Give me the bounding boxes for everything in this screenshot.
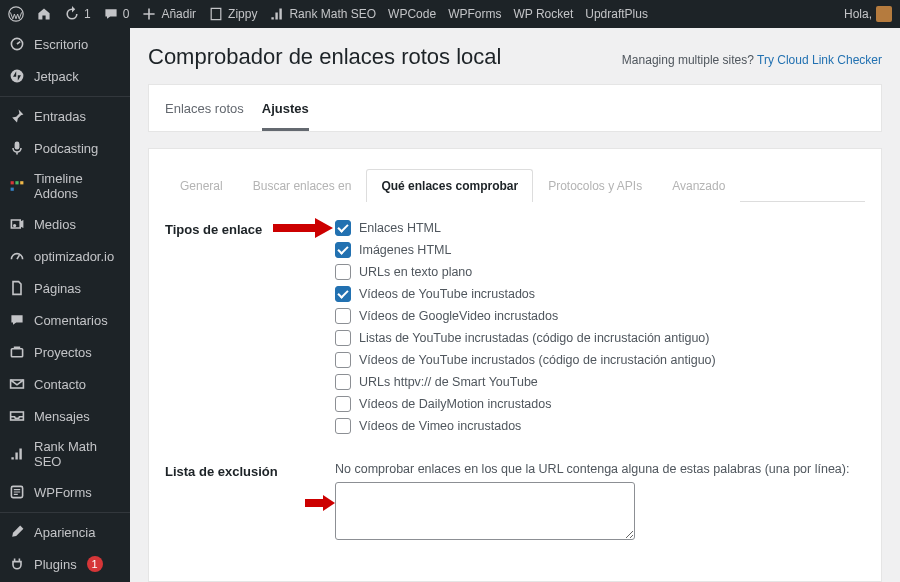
mail-icon bbox=[8, 375, 26, 393]
sidebar-item-podcasting[interactable]: Podcasting bbox=[0, 132, 130, 164]
chart-icon bbox=[8, 445, 26, 463]
checkbox[interactable] bbox=[335, 308, 351, 324]
tb-zippy[interactable]: Zippy bbox=[208, 6, 257, 22]
link-type-label: URLs en texto plano bbox=[359, 265, 472, 279]
sidebar-item-wpforms[interactable]: WPForms bbox=[0, 476, 130, 508]
checkbox[interactable] bbox=[335, 330, 351, 346]
link-type-option[interactable]: URLs httpv:// de Smart YouTube bbox=[335, 374, 865, 390]
checkbox[interactable] bbox=[335, 242, 351, 258]
link-type-option[interactable]: Vídeos de YouTube incrustados bbox=[335, 286, 865, 302]
link-type-option[interactable]: Vídeos de DailyMotion incrustados bbox=[335, 396, 865, 412]
sidebar-item-entradas[interactable]: Entradas bbox=[0, 96, 130, 132]
jetpack-icon bbox=[8, 67, 26, 85]
checkbox[interactable] bbox=[335, 418, 351, 434]
inbox-icon bbox=[8, 407, 26, 425]
cloud-link-checker-link[interactable]: Try Cloud Link Checker bbox=[757, 53, 882, 67]
svg-rect-6 bbox=[20, 181, 23, 184]
plug-icon bbox=[8, 555, 26, 573]
sidebar-item-mensajes[interactable]: Mensajes bbox=[0, 400, 130, 432]
exclusion-field: No comprobar enlaces en los que la URL c… bbox=[335, 462, 865, 543]
sidebar-item-label: Rank Math SEO bbox=[34, 439, 122, 469]
form-icon bbox=[8, 483, 26, 501]
tb-wpforms[interactable]: WPForms bbox=[448, 7, 501, 21]
link-type-option[interactable]: Enlaces HTML bbox=[335, 220, 865, 236]
subtab-avanzado[interactable]: Avanzado bbox=[657, 169, 740, 202]
annotation-arrow bbox=[305, 494, 335, 512]
link-type-label: Imágenes HTML bbox=[359, 243, 451, 257]
sidebar-item-contacto[interactable]: Contacto bbox=[0, 368, 130, 400]
link-type-option[interactable]: Vídeos de GoogleVideo incrustados bbox=[335, 308, 865, 324]
link-type-option[interactable]: Imágenes HTML bbox=[335, 242, 865, 258]
sidebar-item-rank-math-seo[interactable]: Rank Math SEO bbox=[0, 432, 130, 476]
sidebar-item-label: Jetpack bbox=[34, 69, 79, 84]
checkbox[interactable] bbox=[335, 374, 351, 390]
sidebar-item-escritorio[interactable]: Escritorio bbox=[0, 28, 130, 60]
checkbox[interactable] bbox=[335, 396, 351, 412]
link-type-option[interactable]: Vídeos de YouTube incrustados (código de… bbox=[335, 352, 865, 368]
sidebar-item-medios[interactable]: Medios bbox=[0, 208, 130, 240]
sidebar-item-label: Comentarios bbox=[34, 313, 108, 328]
svg-rect-9 bbox=[11, 349, 22, 357]
subtab-buscar[interactable]: Buscar enlaces en bbox=[238, 169, 367, 202]
sidebar-item-comentarios[interactable]: Comentarios bbox=[0, 304, 130, 336]
link-type-option[interactable]: Vídeos de Vimeo incrustados bbox=[335, 418, 865, 434]
sidebar-item-label: Proyectos bbox=[34, 345, 92, 360]
tb-wpcode[interactable]: WPCode bbox=[388, 7, 436, 21]
update-badge: 1 bbox=[87, 556, 103, 572]
comment-icon bbox=[8, 311, 26, 329]
sidebar-item-label: Páginas bbox=[34, 281, 81, 296]
sidebar-item-label: Contacto bbox=[34, 377, 86, 392]
subtab-protocolos[interactable]: Protocolos y APIs bbox=[533, 169, 657, 202]
link-type-option[interactable]: Listas de YouTube incrustadas (código de… bbox=[335, 330, 865, 346]
sidebar-item-optimizador-io[interactable]: optimizador.io bbox=[0, 240, 130, 272]
wp-logo[interactable] bbox=[8, 6, 24, 22]
checkbox[interactable] bbox=[335, 352, 351, 368]
sidebar-item-proyectos[interactable]: Proyectos bbox=[0, 336, 130, 368]
admin-topbar: 1 0 Añadir Zippy Rank Math SEO WPCode WP… bbox=[0, 0, 900, 28]
avatar bbox=[876, 6, 892, 22]
link-type-label: URLs httpv:// de Smart YouTube bbox=[359, 375, 538, 389]
main-content: Comprobador de enlaces rotos local Manag… bbox=[130, 28, 900, 582]
sidebar-item-plugins[interactable]: Plugins1 bbox=[0, 548, 130, 580]
subtab-general[interactable]: General bbox=[165, 169, 238, 202]
dashboard-icon bbox=[8, 35, 26, 53]
tb-rankmath[interactable]: Rank Math SEO bbox=[269, 6, 376, 22]
link-type-label: Vídeos de DailyMotion incrustados bbox=[359, 397, 551, 411]
tb-updraft[interactable]: UpdraftPlus bbox=[585, 7, 648, 21]
checkbox[interactable] bbox=[335, 264, 351, 280]
svg-rect-5 bbox=[15, 181, 18, 184]
subtab-que-enlaces[interactable]: Qué enlaces comprobar bbox=[366, 169, 533, 202]
link-type-option[interactable]: URLs en texto plano bbox=[335, 264, 865, 280]
tab-enlaces-rotos[interactable]: Enlaces rotos bbox=[165, 101, 244, 130]
sidebar-item-label: Timeline Addons bbox=[34, 171, 122, 201]
exclusion-textarea[interactable] bbox=[335, 482, 635, 540]
checkbox[interactable] bbox=[335, 286, 351, 302]
add-new[interactable]: Añadir bbox=[141, 6, 196, 22]
home-icon[interactable] bbox=[36, 6, 52, 22]
sidebar-item-label: Escritorio bbox=[34, 37, 88, 52]
checkbox[interactable] bbox=[335, 220, 351, 236]
sidebar-item-jetpack[interactable]: Jetpack bbox=[0, 60, 130, 92]
tab-ajustes[interactable]: Ajustes bbox=[262, 101, 309, 131]
link-types-field: Enlaces HTMLImágenes HTMLURLs en texto p… bbox=[335, 220, 865, 440]
brush-icon bbox=[8, 523, 26, 541]
timeline-icon bbox=[8, 177, 26, 195]
link-type-label: Listas de YouTube incrustadas (código de… bbox=[359, 331, 709, 345]
tb-wprocket[interactable]: WP Rocket bbox=[513, 7, 573, 21]
exclusion-label: Lista de exclusión bbox=[165, 462, 335, 479]
sidebar-item-label: optimizador.io bbox=[34, 249, 114, 264]
link-types-label: Tipos de enlace bbox=[165, 220, 335, 237]
comments-icon[interactable]: 0 bbox=[103, 6, 130, 22]
link-type-label: Enlaces HTML bbox=[359, 221, 441, 235]
svg-rect-3 bbox=[15, 142, 20, 150]
greeting[interactable]: Hola, bbox=[844, 6, 892, 22]
sidebar-item-timeline-addons[interactable]: Timeline Addons bbox=[0, 164, 130, 208]
updates-icon[interactable]: 1 bbox=[64, 6, 91, 22]
sidebar-item-apariencia[interactable]: Apariencia bbox=[0, 512, 130, 548]
tabs-panel: Enlaces rotos Ajustes bbox=[148, 84, 882, 132]
page-icon bbox=[8, 279, 26, 297]
link-type-label: Vídeos de Vimeo incrustados bbox=[359, 419, 521, 433]
sidebar-item-p-ginas[interactable]: Páginas bbox=[0, 272, 130, 304]
link-type-label: Vídeos de YouTube incrustados bbox=[359, 287, 535, 301]
svg-marker-18 bbox=[305, 495, 335, 511]
